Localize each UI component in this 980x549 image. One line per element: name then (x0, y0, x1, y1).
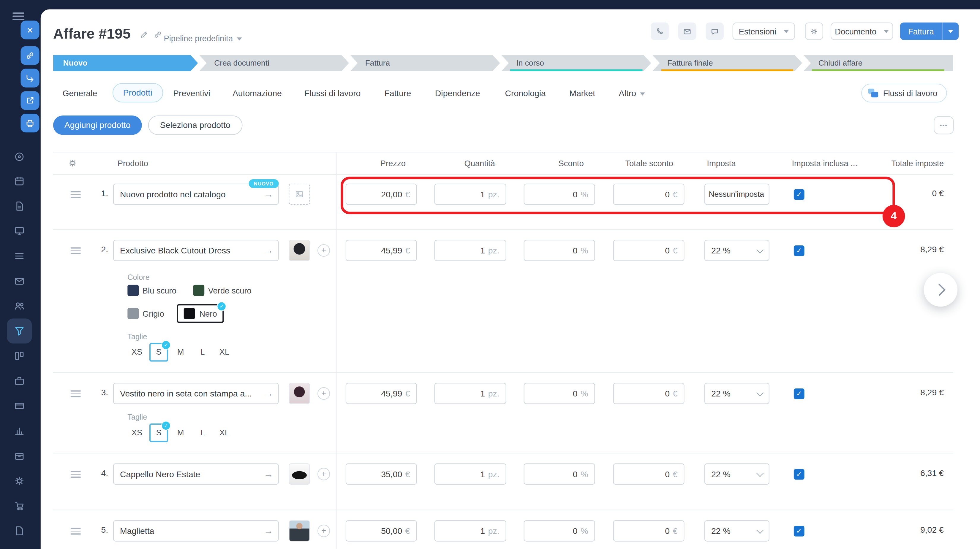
price-input[interactable]: 35,00€ (346, 463, 417, 485)
tab-automazione[interactable]: Automazione (232, 84, 282, 103)
open-product-icon[interactable]: → (264, 388, 273, 398)
drag-handle-icon[interactable] (71, 528, 81, 536)
discount-total-input[interactable]: 0€ (613, 240, 684, 261)
quantity-input[interactable]: 1pz. (434, 383, 506, 404)
size-option[interactable]: M (171, 343, 190, 362)
phone-icon[interactable] (651, 22, 669, 40)
color-swatch[interactable] (127, 285, 139, 296)
drag-handle-icon[interactable] (71, 191, 81, 200)
briefcase-icon[interactable] (13, 375, 25, 387)
size-option[interactable]: XS (127, 424, 146, 442)
size-option[interactable]: M (171, 424, 190, 442)
cart-icon[interactable] (13, 500, 25, 512)
gear-icon[interactable] (805, 22, 823, 40)
files-icon[interactable] (13, 525, 25, 537)
product-photo[interactable] (289, 463, 310, 485)
stage-nuovo[interactable]: Nuovo (53, 55, 198, 71)
tax-input[interactable]: Nessun'imposta (705, 184, 770, 205)
stage-chiudi-affare[interactable]: Chiudi affare (803, 55, 953, 71)
chat-icon[interactable] (706, 22, 724, 40)
tab-altro[interactable]: Altro (619, 84, 645, 103)
color-option[interactable]: Verde scuro (193, 285, 251, 296)
product-name-input[interactable]: Cappello Nero Estate → (113, 463, 279, 485)
color-swatch[interactable] (127, 308, 139, 319)
crm-funnel-icon[interactable] (7, 319, 32, 343)
open-product-icon[interactable]: → (264, 245, 273, 255)
discount-input[interactable]: 0% (524, 383, 595, 404)
color-swatch[interactable] (184, 308, 195, 319)
price-input[interactable]: 20,00€ (346, 184, 417, 205)
color-swatch[interactable] (193, 285, 204, 296)
size-option[interactable]: L (193, 424, 212, 442)
stage-fattura[interactable]: Fattura (350, 55, 500, 71)
open-product-icon[interactable]: → (264, 189, 273, 200)
copy-link-icon[interactable] (153, 30, 163, 40)
stack-icon[interactable] (13, 250, 25, 262)
price-input[interactable]: 45,99€ (346, 240, 417, 261)
planner-icon[interactable] (13, 350, 25, 362)
extensions-button[interactable]: Estensioni (733, 22, 795, 40)
invoice-button[interactable]: Fattura (900, 22, 959, 40)
select-product-button[interactable]: Seleziona prodotto (148, 116, 242, 135)
open-in-new-icon[interactable] (21, 91, 39, 110)
stats-icon[interactable] (13, 425, 25, 437)
tax-included-checkbox[interactable]: ✓ (794, 389, 805, 399)
add-image-button[interactable]: + (317, 387, 330, 400)
menu-icon[interactable] (13, 13, 24, 21)
discount-total-input[interactable]: 0€ (613, 520, 684, 541)
size-option[interactable]: L (193, 343, 212, 362)
color-option[interactable]: Blu scuro (127, 285, 177, 296)
archive-icon[interactable] (13, 450, 25, 462)
link-icon[interactable] (21, 46, 39, 65)
settings-icon[interactable] (67, 157, 78, 168)
size-option-selected[interactable]: S✓ (150, 343, 168, 362)
close-icon[interactable]: ✕ (21, 21, 39, 39)
display-icon[interactable] (13, 225, 25, 237)
automation-icon[interactable] (13, 474, 25, 487)
discount-total-input[interactable]: 0€ (613, 383, 684, 404)
tax-select[interactable]: 22 % (705, 520, 770, 541)
scroll-right-button[interactable] (924, 273, 958, 307)
more-options-button[interactable]: ••• (934, 116, 954, 134)
product-photo[interactable] (289, 383, 310, 404)
stage-crea-documenti[interactable]: Crea documenti (199, 55, 349, 71)
tax-select[interactable]: 22 % (705, 383, 770, 404)
size-option[interactable]: XL (215, 424, 234, 442)
quantity-input[interactable]: 1pz. (434, 520, 506, 541)
price-input[interactable]: 45,99€ (346, 383, 417, 404)
add-image-button[interactable]: + (317, 525, 330, 537)
drag-handle-icon[interactable] (71, 247, 81, 256)
tax-included-checkbox[interactable]: ✓ (794, 526, 805, 536)
tax-select[interactable]: 22 % (705, 463, 770, 485)
color-option[interactable]: Grigio (127, 308, 164, 319)
discount-input[interactable]: 0% (524, 240, 595, 261)
pipeline-selector[interactable]: Pipeline predefinita (164, 34, 242, 43)
price-input[interactable]: 50,00€ (346, 520, 417, 541)
tab-dipendenze[interactable]: Dipendenze (435, 84, 480, 103)
size-option[interactable]: XS (127, 343, 146, 362)
open-product-icon[interactable]: → (264, 525, 273, 536)
quantity-input[interactable]: 1pz. (434, 463, 506, 485)
tab-prodotti[interactable]: Prodotti (113, 83, 163, 102)
contacts-icon[interactable] (13, 300, 25, 312)
product-name-input[interactable]: Vestito nero in seta con stampa a... → (113, 383, 279, 404)
tab-preventivi[interactable]: Preventivi (173, 84, 210, 103)
product-photo[interactable] (289, 520, 310, 541)
discount-input[interactable]: 0% (524, 184, 595, 205)
tab-cronologia[interactable]: Cronologia (505, 84, 546, 103)
image-placeholder[interactable] (289, 184, 310, 205)
tab-generale[interactable]: Generale (62, 84, 97, 103)
discount-input[interactable]: 0% (524, 463, 595, 485)
tab-fatture[interactable]: Fatture (384, 84, 411, 103)
target-icon[interactable] (13, 151, 25, 163)
open-product-icon[interactable]: → (264, 468, 273, 479)
stage-fattura-finale[interactable]: Fattura finale (652, 55, 802, 71)
product-photo[interactable] (289, 240, 310, 261)
size-option-selected[interactable]: S✓ (150, 424, 168, 442)
tax-included-checkbox[interactable]: ✓ (794, 469, 805, 480)
quantity-input[interactable]: 1pz. (434, 240, 506, 261)
drag-handle-icon[interactable] (71, 390, 81, 399)
tax-select[interactable]: 22 % (705, 240, 770, 261)
document-button[interactable]: Documento (830, 22, 893, 40)
add-product-button[interactable]: Aggiungi prodotto (53, 116, 142, 135)
